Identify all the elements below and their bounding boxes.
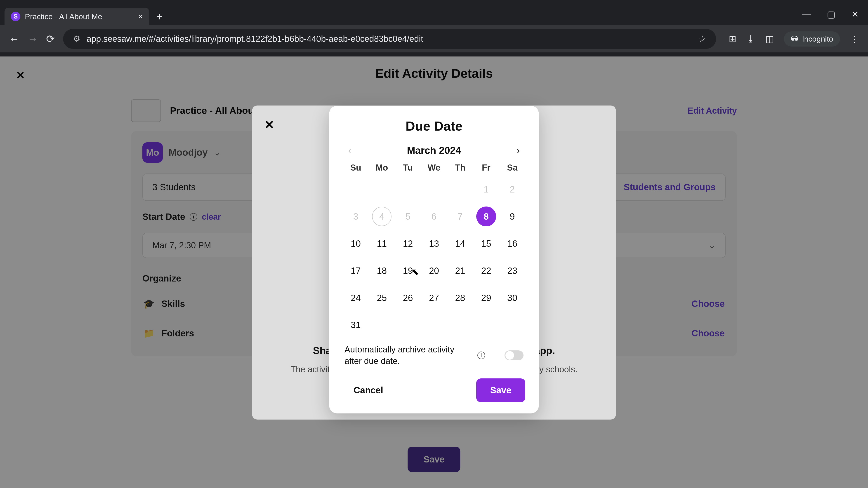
close-window-icon[interactable]: ✕ bbox=[851, 9, 859, 20]
back-icon[interactable]: ← bbox=[9, 33, 20, 45]
calendar-day[interactable]: 10 bbox=[343, 232, 369, 255]
calendar-day[interactable]: 30 bbox=[499, 287, 525, 309]
archive-toggle-row: Automatically archive activity after due… bbox=[343, 336, 525, 370]
maximize-icon[interactable]: ▢ bbox=[827, 9, 835, 20]
bookmark-star-icon[interactable]: ☆ bbox=[699, 34, 706, 44]
browser-chrome: S Practice - All About Me × + — ▢ ✕ ← → … bbox=[0, 0, 868, 57]
minimize-icon[interactable]: — bbox=[802, 9, 811, 20]
calendar-day[interactable]: 7 bbox=[447, 205, 473, 228]
incognito-label: Incognito bbox=[802, 35, 833, 43]
weekday-sa: Sa bbox=[499, 163, 525, 173]
forward-icon[interactable]: → bbox=[28, 33, 38, 45]
reload-icon[interactable]: ⟳ bbox=[46, 33, 55, 45]
address-row: ← → ⟳ ⚙ app.seesaw.me/#/activities/libra… bbox=[0, 25, 868, 53]
calendar-grid: 1234567891011121314151617181920212223242… bbox=[343, 178, 525, 336]
new-tab-button[interactable]: + bbox=[153, 8, 166, 25]
share-modal-close-icon[interactable]: ✕ bbox=[265, 118, 274, 131]
calendar-day[interactable]: 24 bbox=[343, 287, 369, 309]
next-month-icon[interactable]: › bbox=[517, 145, 520, 156]
browser-tab[interactable]: S Practice - All About Me × bbox=[4, 8, 149, 25]
calendar-day[interactable]: 25 bbox=[369, 287, 395, 309]
incognito-icon: 🕶 bbox=[791, 35, 798, 43]
calendar-day[interactable]: 2 bbox=[499, 178, 525, 201]
calendar-day[interactable]: 21 bbox=[447, 259, 473, 282]
calendar-day[interactable]: 17 bbox=[343, 259, 369, 282]
calendar-day[interactable]: 27 bbox=[421, 287, 447, 309]
downloads-icon[interactable]: ⭳ bbox=[746, 34, 755, 44]
weekday-fr: Fr bbox=[473, 163, 499, 173]
calendar-day[interactable]: 8 bbox=[473, 205, 499, 228]
calendar-day[interactable]: 23 bbox=[499, 259, 525, 282]
calendar-day[interactable]: 29 bbox=[473, 287, 499, 309]
incognito-chip[interactable]: 🕶 Incognito bbox=[784, 31, 840, 46]
calendar-day[interactable]: 11 bbox=[369, 232, 395, 255]
calendar-day[interactable]: 14 bbox=[447, 232, 473, 255]
weekday-mo: Mo bbox=[369, 163, 395, 173]
calendar-day[interactable]: 5 bbox=[395, 205, 421, 228]
url-text: app.seesaw.me/#/activities/library/promp… bbox=[87, 34, 423, 44]
tab-strip: S Practice - All About Me × + bbox=[0, 0, 868, 25]
calendar-day[interactable]: 22 bbox=[473, 259, 499, 282]
weekday-header: Su Mo Tu We Th Fr Sa bbox=[343, 163, 525, 173]
weekday-we: We bbox=[421, 163, 447, 173]
window-controls: — ▢ ✕ bbox=[802, 9, 859, 20]
tab-close-icon[interactable]: × bbox=[138, 12, 143, 21]
calendar-day[interactable]: 1 bbox=[473, 178, 499, 201]
prev-month-icon[interactable]: ‹ bbox=[348, 145, 351, 156]
weekday-su: Su bbox=[343, 163, 369, 173]
sidepanel-icon[interactable]: ◫ bbox=[765, 34, 774, 44]
calendar-day[interactable]: 15 bbox=[473, 232, 499, 255]
cancel-button[interactable]: Cancel bbox=[343, 379, 394, 401]
kebab-menu-icon[interactable]: ⋮ bbox=[850, 34, 859, 44]
weekday-th: Th bbox=[447, 163, 473, 173]
calendar-day[interactable]: 18 bbox=[369, 259, 395, 282]
calendar-day[interactable]: 9 bbox=[499, 205, 525, 228]
month-label: March 2024 bbox=[407, 145, 461, 156]
calendar-day[interactable]: 13 bbox=[421, 232, 447, 255]
calendar-day[interactable]: 28 bbox=[447, 287, 473, 309]
calendar-day[interactable]: 26 bbox=[395, 287, 421, 309]
calendar-day[interactable]: 12 bbox=[395, 232, 421, 255]
calendar-day[interactable]: 31 bbox=[343, 314, 369, 336]
save-button[interactable]: Save bbox=[476, 379, 525, 402]
calendar-day[interactable]: 19 bbox=[395, 259, 421, 282]
extensions-icon[interactable]: ⊞ bbox=[729, 34, 737, 44]
calendar-day[interactable]: 4 bbox=[369, 205, 395, 228]
due-date-title: Due Date bbox=[343, 119, 525, 133]
tab-favicon: S bbox=[11, 12, 20, 21]
address-bar[interactable]: ⚙ app.seesaw.me/#/activities/library/pro… bbox=[63, 29, 716, 49]
calendar-day[interactable]: 6 bbox=[421, 205, 447, 228]
calendar-day[interactable]: 20 bbox=[421, 259, 447, 282]
due-date-modal: Due Date ‹ March 2024 › Su Mo Tu We Th F… bbox=[329, 106, 539, 414]
month-nav-row: ‹ March 2024 › bbox=[343, 142, 525, 163]
calendar-day[interactable]: 3 bbox=[343, 205, 369, 228]
tab-title: Practice - All About Me bbox=[25, 12, 102, 21]
archive-label: Automatically archive activity after due… bbox=[344, 344, 471, 367]
modal-button-row: Cancel Save bbox=[343, 370, 525, 402]
info-icon[interactable]: i bbox=[477, 352, 485, 359]
toolbar-icons: ⊞ ⭳ ◫ 🕶 Incognito ⋮ bbox=[729, 31, 859, 46]
site-settings-icon[interactable]: ⚙ bbox=[73, 34, 80, 43]
calendar-day[interactable]: 16 bbox=[499, 232, 525, 255]
archive-toggle[interactable] bbox=[504, 350, 524, 360]
weekday-tu: Tu bbox=[395, 163, 421, 173]
